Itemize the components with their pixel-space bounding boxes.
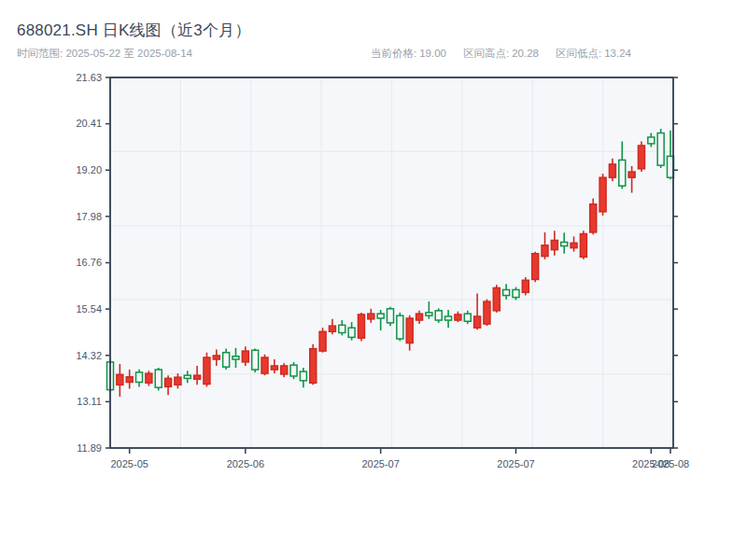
x-axis-label: 2025-07 bbox=[497, 458, 534, 469]
y-axis-label: 21.63 bbox=[76, 72, 102, 83]
stat-range-low-value: 13.24 bbox=[604, 48, 631, 59]
y-axis-label: 14.32 bbox=[76, 350, 102, 361]
candle-body-down bbox=[657, 133, 664, 166]
candle-body-up bbox=[455, 315, 461, 320]
candle-body-up bbox=[281, 366, 288, 374]
candle-body-up bbox=[542, 245, 548, 257]
x-axis-label: 2025-07 bbox=[361, 458, 399, 469]
x-axis-label: 2025-06 bbox=[227, 458, 264, 469]
candle-body-up bbox=[599, 177, 606, 212]
y-axis-label: 16.76 bbox=[76, 257, 102, 268]
stat-range-high-label: 区间高点: bbox=[463, 48, 509, 59]
candle-body-down bbox=[397, 315, 403, 339]
candle-body-up bbox=[126, 377, 133, 383]
y-axis-label: 19.20 bbox=[76, 164, 102, 175]
candle-body-up bbox=[571, 243, 577, 247]
x-axis-label: 2025-05 bbox=[111, 458, 148, 469]
stat-range-high: 区间高点:20.28 bbox=[463, 47, 542, 61]
candle-body-up bbox=[175, 377, 181, 385]
candle-body-up bbox=[271, 366, 277, 370]
y-axis-label: 13.11 bbox=[77, 396, 102, 407]
candle-body-up bbox=[484, 301, 490, 324]
candle-body-up bbox=[638, 146, 644, 169]
candle-body-up bbox=[493, 287, 500, 310]
candle-body-down bbox=[233, 357, 239, 359]
candle-body-down bbox=[561, 242, 568, 245]
candle-body-up bbox=[551, 240, 557, 249]
time-range-label: 时间范围: 2025-05-22 至 2025-08-14 bbox=[17, 47, 192, 61]
stat-current-price-label: 当前价格: bbox=[371, 48, 416, 59]
candle-body-down bbox=[513, 289, 519, 297]
y-axis-label: 17.98 bbox=[76, 211, 102, 222]
stat-range-low-label: 区间低点: bbox=[556, 48, 601, 59]
candle-body-up bbox=[194, 375, 201, 379]
candle-body-up bbox=[532, 254, 539, 280]
candle-body-down bbox=[348, 328, 355, 337]
candle-body-up bbox=[609, 164, 615, 177]
candle-body-down bbox=[445, 316, 452, 320]
candle-body-down bbox=[184, 375, 190, 378]
candle-body-up bbox=[310, 349, 317, 384]
candle-body-down bbox=[648, 137, 655, 144]
candle-body-down bbox=[339, 325, 345, 332]
candle-body-up bbox=[474, 316, 481, 328]
stat-current-price: 当前价格:19.00 bbox=[371, 47, 449, 61]
candle-body-down bbox=[377, 314, 384, 318]
candle-body-down bbox=[426, 313, 432, 315]
candle-body-up bbox=[165, 378, 172, 386]
y-axis-label: 20.41 bbox=[76, 118, 102, 129]
candle-body-down bbox=[290, 365, 297, 376]
page-title: 688021.SH 日K线图（近3个月） bbox=[17, 20, 251, 41]
candle-body-up bbox=[628, 172, 635, 177]
candle-body-up bbox=[261, 357, 268, 373]
candle-body-up bbox=[416, 314, 423, 320]
x-axis-label: 2025-08 bbox=[652, 458, 689, 469]
y-axis-label: 11.89 bbox=[77, 442, 102, 454]
candle-body-down bbox=[300, 371, 306, 381]
candle-body-up bbox=[242, 351, 248, 362]
stat-current-price-value: 19.00 bbox=[419, 48, 446, 59]
candle-body-down bbox=[252, 350, 259, 370]
candle-body-up bbox=[146, 373, 152, 383]
candle-body-up bbox=[590, 204, 597, 232]
y-axis-label: 15.54 bbox=[76, 303, 102, 315]
kline-chart: 21.6320.4119.2017.9816.7615.5414.3213.11… bbox=[0, 0, 747, 560]
candle-body-up bbox=[204, 357, 210, 385]
candle-body-down bbox=[503, 289, 510, 295]
stats-row: 当前价格:19.00 区间高点:20.28 区间低点:13.24 bbox=[371, 47, 634, 61]
candle-body-down bbox=[155, 370, 162, 387]
candle-body-down bbox=[619, 160, 626, 186]
candle-body-up bbox=[406, 318, 413, 343]
candle-body-up bbox=[117, 374, 123, 385]
candle-body-up bbox=[522, 280, 529, 292]
candle-body-up bbox=[319, 331, 326, 351]
stat-range-low: 区间低点:13.24 bbox=[556, 47, 634, 61]
candle-body-down bbox=[388, 309, 394, 323]
candle-body-down bbox=[223, 353, 230, 367]
stat-range-high-value: 20.28 bbox=[512, 48, 539, 59]
candle-body-down bbox=[136, 372, 143, 383]
candle-body-down bbox=[435, 311, 442, 320]
candle-body-down bbox=[464, 314, 471, 321]
candle-body-up bbox=[213, 356, 219, 359]
candle-body-up bbox=[580, 234, 586, 258]
candle-body-up bbox=[368, 314, 374, 319]
candle-body-up bbox=[329, 326, 335, 331]
candle-body-up bbox=[358, 315, 364, 338]
